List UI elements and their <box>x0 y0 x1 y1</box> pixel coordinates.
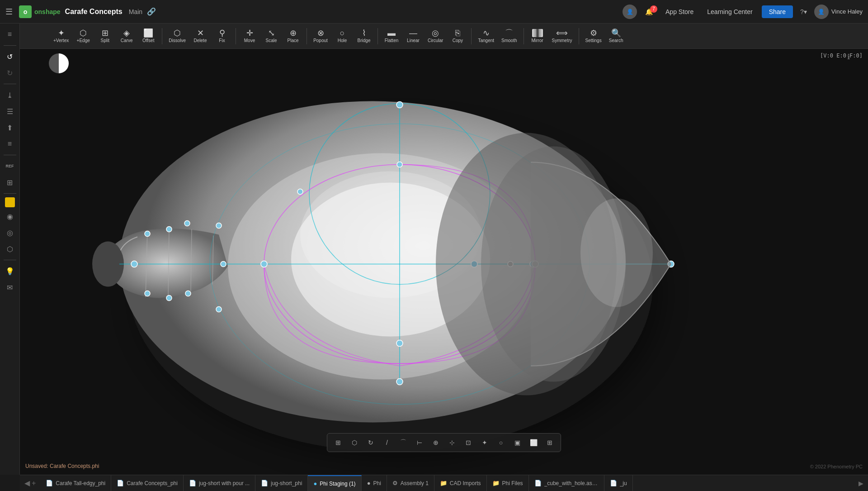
view-fit-button[interactable]: ⊡ <box>461 435 476 450</box>
view-zoom-button[interactable]: ⊕ <box>429 435 443 450</box>
tab-ju-more[interactable]: 📄 _ju <box>604 475 633 491</box>
tool-search[interactable]: 🔍 Search <box>606 27 626 45</box>
learning-center-button[interactable]: Learning Center <box>703 8 757 15</box>
tool-settings[interactable]: ⚙ Settings <box>583 27 604 45</box>
view-sphere-button[interactable]: ○ <box>494 435 508 450</box>
tab-phi[interactable]: ● Phi <box>362 475 387 491</box>
sidebar-upload[interactable]: ⬆ <box>3 120 17 135</box>
view-rotate-button[interactable]: ↻ <box>363 435 378 450</box>
tool-fix[interactable]: ⚲ Fix <box>212 27 232 45</box>
tab-cad-imports[interactable]: 📁 CAD Imports <box>434 475 487 491</box>
svg-point-32 <box>185 291 191 296</box>
tool-place[interactable]: ⊕ Place <box>283 27 303 45</box>
tab-icon: 📄 <box>189 480 196 486</box>
tab-assembly[interactable]: ⚙ Assembly 1 <box>387 475 434 491</box>
svg-point-19 <box>396 340 403 347</box>
view-faces-button[interactable]: ▣ <box>510 435 524 450</box>
tool-carve[interactable]: ◈ Carve <box>117 27 137 45</box>
tab-carafe-concepts[interactable]: 📄 Carafe Concepts_phi <box>111 475 184 491</box>
tool-mirror[interactable]: Mirror <box>528 27 547 45</box>
tab-phi-staging[interactable]: ● Phi Staging (1) <box>308 475 361 491</box>
sidebar-object[interactable]: ⬡ <box>3 242 17 256</box>
svg-point-23 <box>221 262 226 267</box>
sidebar-lighting[interactable]: 💡 <box>3 264 17 278</box>
tool-hole[interactable]: ○ Hole <box>332 27 352 45</box>
view-edge-button[interactable]: / <box>380 435 394 450</box>
svg-point-17 <box>397 162 402 167</box>
sidebar-grid[interactable]: ⊞ <box>3 175 17 190</box>
tab-icon: 📄 <box>261 480 268 486</box>
mode-toggle[interactable] <box>49 53 69 73</box>
tab-next-icon[interactable]: ▶ <box>857 479 865 488</box>
view-texture-button[interactable]: ⬜ <box>526 435 541 450</box>
view-vertex-button[interactable]: ✦ <box>477 435 492 450</box>
tool-smooth[interactable]: ⌒ Smooth <box>499 27 519 45</box>
logo-icon: o <box>19 5 32 18</box>
tool-symmetry[interactable]: ⟺ Symmetry <box>549 27 575 45</box>
link-icon[interactable]: 🔗 <box>147 7 156 16</box>
user-profile[interactable]: 👤 Vince Haley <box>814 5 863 19</box>
sidebar-redo[interactable]: ↻ <box>3 66 17 80</box>
tool-delete[interactable]: ✕ Delete <box>190 27 210 45</box>
tab-prev-icon[interactable]: ◀ <box>24 479 30 487</box>
tool-tangent[interactable]: ∿ Tangent <box>475 27 497 45</box>
share-button[interactable]: Share <box>762 5 793 18</box>
tool-circular[interactable]: ◎ Circular <box>425 27 446 45</box>
tab-controls-left[interactable]: ◀ + <box>20 475 40 491</box>
notifications-button[interactable]: 🔔 7 <box>642 6 656 17</box>
hamburger-icon[interactable]: ☰ <box>5 7 13 17</box>
tab-label: jug-short_phi <box>271 480 302 486</box>
tool-edge[interactable]: ⬡ +Edge <box>73 27 93 45</box>
tab-jug-short-pour[interactable]: 📄 jug-short with pour ... <box>184 475 255 491</box>
svg-point-21 <box>261 261 267 267</box>
tool-flatten[interactable]: ▬ Flatten <box>382 27 401 45</box>
info-button[interactable]: ℹ <box>847 52 850 61</box>
tab-label: Carafe Concepts_phi <box>127 480 178 486</box>
color-swatch[interactable] <box>5 197 15 207</box>
svg-point-20 <box>396 379 403 385</box>
tool-scale[interactable]: ⤡ Scale <box>261 27 281 45</box>
sidebar-parts-list[interactable]: ≡ <box>3 27 17 42</box>
svg-point-31 <box>166 296 172 301</box>
tool-copy[interactable]: ⎘ Copy <box>448 27 467 45</box>
sidebar-messages[interactable]: ✉ <box>3 280 17 295</box>
view-measure-button[interactable]: ⊢ <box>412 435 427 450</box>
view-arc-button[interactable]: ⌒ <box>396 435 410 450</box>
sidebar-export[interactable]: ⤓ <box>3 88 17 102</box>
tool-move[interactable]: ✛ Move <box>240 27 259 45</box>
view-cube-button[interactable]: ⬡ <box>347 435 362 450</box>
svg-point-30 <box>145 291 150 296</box>
doc-branch: Main <box>129 8 142 15</box>
tab-phi-files[interactable]: 📁 Phi Files <box>487 475 529 491</box>
sidebar-ref[interactable]: REF <box>3 159 17 173</box>
sidebar-undo[interactable]: ↺ <box>3 49 17 64</box>
tool-vertex[interactable]: ✦ +Vertex <box>51 27 71 45</box>
tab-jug-short-phi[interactable]: 📄 jug-short_phi <box>255 475 308 491</box>
view-more-button[interactable]: ⊞ <box>542 435 557 450</box>
tool-dissolve[interactable]: ⬡ Dissolve <box>166 27 189 45</box>
tab-icon: 📄 <box>46 480 53 486</box>
tab-cube-hole[interactable]: 📄 _cube_with_hole.as.phi <box>529 475 604 491</box>
svg-point-22 <box>297 189 303 195</box>
tab-carafe-tall[interactable]: 📄 Carafe Tall-edgy_phi <box>40 475 111 491</box>
sidebar-appearance[interactable]: ◎ <box>3 225 17 240</box>
top-bar: ☰ o onshape Carafe Concepts Main 🔗 👤 🔔 7… <box>0 0 868 24</box>
tool-linear[interactable]: — Linear <box>403 27 423 45</box>
tool-bridge[interactable]: ⌇ Bridge <box>354 27 374 45</box>
tab-add-button[interactable]: + <box>32 479 36 487</box>
sidebar-list[interactable]: ≡ <box>3 137 17 151</box>
coordinates-display: [V:0 E:0 F:0] <box>820 52 863 59</box>
model-canvas <box>20 49 868 475</box>
tool-popout[interactable]: ⊗ Popout <box>311 27 330 45</box>
help-button[interactable]: ?▾ <box>797 8 810 15</box>
app-store-button[interactable]: App Store <box>661 8 698 15</box>
tool-split[interactable]: ⊞ Split <box>95 27 115 45</box>
view-toolbar: ⊞ ⬡ ↻ / ⌒ ⊢ ⊕ ⊹ ⊡ ✦ ○ ▣ ⬜ ⊞ <box>327 433 561 452</box>
sidebar-material[interactable]: ◉ <box>3 209 17 224</box>
tool-offset[interactable]: ⬜ Offset <box>138 27 158 45</box>
view-pan-button[interactable]: ⊹ <box>445 435 459 450</box>
user-name: Vince Haley <box>831 8 863 15</box>
view-select-button[interactable]: ⊞ <box>331 435 345 450</box>
3d-viewport[interactable]: [V:0 E:0 F:0] ℹ Unsaved: Carafe Concepts… <box>20 49 868 475</box>
sidebar-document[interactable]: ☰ <box>3 104 17 119</box>
